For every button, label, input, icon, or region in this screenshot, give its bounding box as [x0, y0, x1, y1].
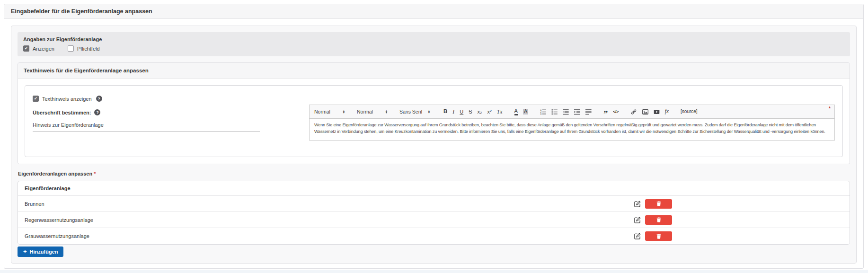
- svg-text:3: 3: [540, 113, 542, 115]
- trash-icon: [656, 234, 661, 239]
- plus-icon: +: [23, 248, 27, 255]
- anlagen-table: Eigenförderanlage Brunnen: [18, 181, 850, 245]
- bullet-list-icon[interactable]: [550, 107, 559, 116]
- page-footer-strip: [0, 270, 868, 273]
- edit-button[interactable]: [634, 217, 641, 223]
- strikethrough-icon[interactable]: S: [467, 107, 473, 116]
- align-icon[interactable]: [584, 107, 593, 116]
- size-select[interactable]: Normal▴▾: [357, 109, 387, 114]
- required-marker: *: [94, 171, 96, 176]
- select-arrows-icon: ▴▾: [428, 110, 430, 114]
- edit-pencil-icon: [634, 233, 641, 239]
- delete-button[interactable]: [645, 215, 672, 225]
- angaben-checkbox-row: ✓ Anzeigen ✓ Pflichtfeld: [23, 45, 844, 52]
- texthinweis-left-column: ✓ Texthinweis anzeigen ? Überschrift bes…: [33, 93, 260, 141]
- toolbar-group: AA: [513, 107, 532, 116]
- texthinweis-panel-body: ✓ Texthinweis anzeigen ? Überschrift bes…: [18, 79, 850, 164]
- ueberschrift-label-row: Überschrift bestimmen: ?: [33, 109, 260, 115]
- text-color-icon[interactable]: A: [513, 107, 519, 116]
- angaben-label: Angaben zur Eigenförderanlage: [23, 36, 844, 42]
- table-header-label: Eigenförderanlage: [25, 185, 71, 191]
- code-icon[interactable]: </>: [611, 107, 620, 116]
- toolbar-group: fx: [629, 107, 673, 116]
- help-icon[interactable]: ?: [96, 96, 102, 102]
- edit-button[interactable]: [634, 233, 641, 239]
- table-row: Grauwassernutzungsanlage: [18, 228, 850, 244]
- bold-icon[interactable]: B: [442, 107, 449, 116]
- checkbox-icon[interactable]: ✓: [23, 45, 29, 52]
- toolbar-group: 123: [539, 107, 595, 116]
- editor-toolbar: Normal▴▾Normal▴▾Sans Serif▴▾BIUSx₂x²TxAA…: [309, 105, 835, 119]
- editor-toolbar-items: Normal▴▾Normal▴▾Sans Serif▴▾BIUSx₂x²TxAA…: [314, 107, 708, 116]
- anlagen-section-label: Eigenförderanlagen anpassen*: [18, 171, 850, 176]
- card-body: Angaben zur Eigenförderanlage ✓ Anzeigen…: [4, 19, 863, 270]
- help-icon[interactable]: ?: [94, 109, 100, 115]
- select-arrows-icon: ▴▾: [343, 110, 345, 114]
- underline-icon[interactable]: U: [458, 107, 465, 116]
- main-card: Eingabefelder für die Eigenförderanlage …: [4, 4, 864, 269]
- italic-icon[interactable]: I: [451, 107, 456, 116]
- texthinweis-form: ✓ Texthinweis anzeigen ? Überschrift bes…: [25, 85, 843, 157]
- checkbox-icon[interactable]: ✓: [33, 96, 39, 102]
- toolbar-group: BIUSx₂x²Tx: [442, 107, 506, 116]
- texthinweis-anzeigen-checkbox[interactable]: ✓ Texthinweis anzeigen ?: [33, 96, 102, 102]
- image-icon[interactable]: [641, 107, 650, 116]
- ordered-list-icon[interactable]: 123: [539, 107, 548, 116]
- formula-icon[interactable]: fx: [664, 107, 670, 116]
- trash-icon: [656, 217, 661, 222]
- delete-button[interactable]: [645, 231, 672, 241]
- texthinweis-panel: Texthinweis für die Eigenförderanlage an…: [18, 62, 850, 164]
- select-value: Normal: [357, 109, 373, 114]
- add-button[interactable]: + Hinzufügen: [18, 247, 63, 257]
- texthinweis-panel-title: Texthinweis für die Eigenförderanlage an…: [24, 68, 149, 73]
- ueberschrift-input[interactable]: [33, 122, 260, 132]
- row-actions: [634, 231, 672, 241]
- style-select[interactable]: Normal▴▾: [314, 109, 345, 114]
- link-icon[interactable]: [629, 107, 638, 116]
- edit-button[interactable]: [634, 201, 641, 207]
- row-name: Brunnen: [25, 201, 634, 207]
- toolbar-group: Sans Serif▴▾: [399, 109, 435, 114]
- row-name: Regenwassernutzungsanlage: [25, 217, 634, 223]
- checkbox-label: Anzeigen: [33, 46, 54, 52]
- row-name: Grauwassernutzungsanlage: [25, 233, 634, 239]
- select-value: Sans Serif: [399, 109, 422, 114]
- source-button[interactable]: [source]: [679, 107, 699, 116]
- toolbar-group: [source]: [679, 107, 701, 116]
- video-icon[interactable]: [652, 107, 661, 116]
- anzeigen-checkbox[interactable]: ✓ Anzeigen: [23, 45, 54, 52]
- page-title: Eingabefelder für die Eigenförderanlage …: [11, 8, 152, 15]
- row-actions: [634, 199, 672, 209]
- toolbar-group: Normal▴▾: [357, 109, 393, 114]
- toolbar-group: ”</>: [602, 107, 622, 116]
- clear-format-icon[interactable]: Tx: [496, 107, 504, 116]
- checkbox-label: Pflichtfeld: [77, 46, 100, 52]
- checkbox-icon[interactable]: ✓: [68, 45, 74, 52]
- editor-content[interactable]: Wenn Sie eine Eigenförderanlage zur Wass…: [309, 119, 835, 141]
- background-color-icon[interactable]: A: [522, 107, 530, 116]
- rich-text-editor: Normal▴▾Normal▴▾Sans Serif▴▾BIUSx₂x²TxAA…: [309, 105, 835, 141]
- anlagen-section-label-text: Eigenförderanlagen anpassen: [18, 171, 92, 176]
- edit-pencil-icon: [634, 217, 641, 223]
- subscript-icon[interactable]: x₂: [476, 107, 484, 116]
- check-mark-icon: ✓: [34, 97, 38, 101]
- delete-button[interactable]: [645, 199, 672, 209]
- add-button-label: Hinzufügen: [30, 249, 58, 255]
- table-header: Eigenförderanlage: [18, 181, 850, 196]
- superscript-icon[interactable]: x²: [486, 107, 493, 116]
- angaben-section: Angaben zur Eigenförderanlage ✓ Anzeigen…: [18, 32, 850, 56]
- checkbox-label: Texthinweis anzeigen: [42, 96, 92, 102]
- select-value: Normal: [314, 109, 330, 114]
- pflichtfeld-checkbox[interactable]: ✓ Pflichtfeld: [68, 45, 100, 52]
- edit-pencil-icon: [634, 201, 641, 207]
- required-marker: *: [829, 106, 831, 111]
- page: Eingabefelder für die Eigenförderanlage …: [0, 0, 868, 273]
- row-actions: [634, 215, 672, 225]
- outdent-icon[interactable]: [561, 107, 570, 116]
- indent-icon[interactable]: [573, 107, 582, 116]
- select-arrows-icon: ▴▾: [386, 110, 387, 114]
- trash-icon: [656, 201, 661, 206]
- font-select[interactable]: Sans Serif▴▾: [399, 109, 430, 114]
- blockquote-icon[interactable]: ”: [602, 107, 609, 116]
- table-row: Brunnen: [18, 196, 850, 212]
